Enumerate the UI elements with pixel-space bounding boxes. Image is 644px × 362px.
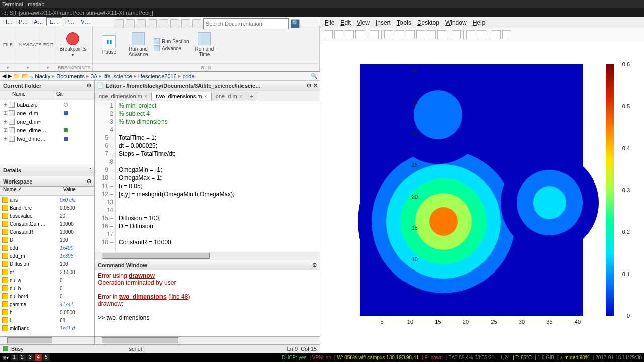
cmd-hscroll[interactable] bbox=[95, 336, 320, 344]
col-git[interactable]: Git bbox=[54, 91, 94, 100]
search-path-icon[interactable]: 🔍 bbox=[311, 73, 318, 79]
path-seg[interactable]: blacky bbox=[35, 73, 50, 79]
workspace-header[interactable]: Workspace⊙ bbox=[0, 176, 94, 187]
tray-icon[interactable]: ⊞▾ bbox=[2, 355, 9, 360]
menu-tools[interactable]: Tools bbox=[397, 19, 411, 26]
workspace-row[interactable]: i68 bbox=[0, 316, 94, 324]
menu-window[interactable]: Window bbox=[445, 19, 467, 26]
hide-tools-icon[interactable] bbox=[492, 30, 501, 39]
menu-desktop[interactable]: Desktop bbox=[417, 19, 439, 26]
hscroll[interactable] bbox=[0, 336, 94, 344]
close-icon[interactable]: × bbox=[239, 93, 243, 99]
workspace-button[interactable]: 4 bbox=[35, 354, 42, 361]
show-tools-icon[interactable] bbox=[502, 30, 511, 39]
workspace-row[interactable]: h0.0500 bbox=[0, 308, 94, 316]
datatip-icon[interactable] bbox=[427, 30, 436, 39]
command-window-header[interactable]: Command Window⊙ bbox=[95, 260, 320, 270]
cut-icon[interactable] bbox=[126, 19, 135, 28]
workspace-button[interactable]: 3 bbox=[27, 354, 34, 361]
workspace-row[interactable]: du_bord0 bbox=[0, 292, 94, 300]
run-advance-button[interactable]: Run and Advance bbox=[125, 27, 152, 62]
workspace-row[interactable]: D100 bbox=[0, 236, 94, 244]
add-tab-button[interactable]: + bbox=[247, 92, 257, 100]
workspace-row[interactable]: BandPerc0.0500 bbox=[0, 204, 94, 212]
ribbon-tab[interactable]: V… bbox=[77, 18, 93, 26]
workspace-row[interactable]: ddu1x400 bbox=[0, 244, 94, 252]
menu-file[interactable]: File bbox=[325, 19, 334, 26]
details-header[interactable]: Detailsˆ bbox=[0, 164, 94, 176]
rotate-icon[interactable] bbox=[416, 30, 425, 39]
run-section-button[interactable]: Run Section bbox=[154, 38, 189, 44]
menu-help[interactable]: Help bbox=[473, 19, 486, 26]
menu-edit[interactable]: Edit bbox=[340, 19, 351, 26]
workspace-row[interactable]: ConstantR10000 bbox=[0, 228, 94, 236]
workspace-button[interactable]: 2 bbox=[19, 354, 26, 361]
workspace-row[interactable]: ddu_m1x398 bbox=[0, 252, 94, 260]
col-name[interactable]: Name bbox=[0, 91, 54, 100]
advance-button[interactable]: Advance bbox=[154, 45, 189, 51]
menu-insert[interactable]: Insert bbox=[376, 19, 391, 26]
brush-icon[interactable] bbox=[437, 30, 446, 39]
workspace-row[interactable]: ans0x0 cla bbox=[0, 196, 94, 204]
folder-icon[interactable]: 📂 bbox=[22, 73, 29, 79]
pointer-icon[interactable] bbox=[370, 30, 379, 39]
path-seg[interactable]: life_science bbox=[103, 73, 132, 79]
zoom-out-icon[interactable] bbox=[395, 30, 404, 39]
code-editor[interactable]: 12345 –6 –7 –89 –10 –11 –12 –131415 –16 … bbox=[95, 101, 320, 252]
col-value[interactable]: Value bbox=[61, 187, 94, 195]
ribbon-tab[interactable]: P… bbox=[16, 18, 31, 26]
zoom-in-icon[interactable] bbox=[384, 30, 393, 39]
ribbon-tab[interactable]: A… bbox=[31, 18, 46, 26]
workspace-button[interactable]: 5 bbox=[43, 354, 50, 361]
ribbon-tab-active[interactable]: E… bbox=[46, 17, 62, 26]
workspace-row[interactable]: gamma41x41 bbox=[0, 300, 94, 308]
workspace-row[interactable]: ConstantGam…10000 bbox=[0, 220, 94, 228]
workspace-row[interactable]: du_b0 bbox=[0, 284, 94, 292]
path-seg[interactable]: 3A bbox=[91, 73, 97, 79]
file-row[interactable]: ⊞one_dime… bbox=[0, 126, 94, 134]
editor-tab[interactable]: two_dimensions.m× bbox=[152, 92, 212, 100]
axes[interactable] bbox=[360, 64, 583, 316]
editor-hscroll[interactable] bbox=[95, 252, 320, 260]
path-seg[interactable]: code bbox=[183, 73, 195, 79]
menu-view[interactable]: View bbox=[357, 19, 370, 26]
print-icon[interactable] bbox=[355, 30, 364, 39]
paste-icon[interactable] bbox=[148, 19, 157, 28]
switch-icon[interactable] bbox=[181, 19, 190, 28]
pan-icon[interactable] bbox=[406, 30, 415, 39]
help-icon[interactable] bbox=[192, 19, 201, 28]
colorbar-icon[interactable] bbox=[466, 30, 475, 39]
editor-tab[interactable]: one_dimension.m× bbox=[95, 92, 152, 100]
dock-icon[interactable]: ⊙ bbox=[307, 82, 311, 89]
link-icon[interactable] bbox=[452, 30, 461, 39]
save-icon[interactable] bbox=[345, 30, 354, 39]
fwd-icon[interactable]: ▶ bbox=[8, 73, 12, 79]
command-window[interactable]: Error using drawnowOperation terminated … bbox=[95, 270, 320, 336]
path-bar[interactable]: ◀ ▶ 📁 📂 « blacky▸ Documents▸ 3A▸ life_sc… bbox=[0, 72, 320, 81]
run-time-button[interactable]: Run and Time bbox=[191, 27, 218, 62]
open-icon[interactable] bbox=[334, 30, 343, 39]
legend-icon[interactable] bbox=[477, 30, 486, 39]
plot-area[interactable]: 51015202530354051015202530354000.10.20.3… bbox=[320, 41, 644, 353]
workspace-row[interactable]: dt2.5000 bbox=[0, 268, 94, 276]
ribbon-tab[interactable]: P… bbox=[62, 18, 77, 26]
back-icon[interactable]: ◀ bbox=[2, 73, 6, 79]
new-icon[interactable] bbox=[324, 30, 333, 39]
editor-tab[interactable]: one_d.m× bbox=[212, 92, 247, 100]
workspace-row[interactable]: Diffusion100 bbox=[0, 260, 94, 268]
undo-icon[interactable] bbox=[159, 19, 168, 28]
colorbar[interactable] bbox=[606, 64, 614, 316]
copy-icon[interactable] bbox=[137, 19, 146, 28]
workspace-row[interactable]: midBand1x41 d bbox=[0, 324, 94, 332]
workspace-button[interactable]: 1 bbox=[11, 354, 18, 361]
workspace-row[interactable]: du_a0 bbox=[0, 276, 94, 284]
current-folder-header[interactable]: Current Folder⊙ bbox=[0, 81, 94, 91]
pause-button[interactable]: ▮▮Pause bbox=[96, 27, 123, 62]
file-row[interactable]: ⊞one_d.m bbox=[0, 109, 94, 117]
file-row[interactable]: ⊞one_d.m~ bbox=[0, 117, 94, 126]
save-icon[interactable] bbox=[115, 19, 124, 28]
up-icon[interactable]: 📁 bbox=[13, 73, 20, 79]
close-icon[interactable]: × bbox=[204, 93, 207, 99]
path-seg[interactable]: lifescience2016 bbox=[138, 73, 177, 79]
breakpoints-button[interactable]: Breakpoints▾ bbox=[59, 27, 87, 62]
